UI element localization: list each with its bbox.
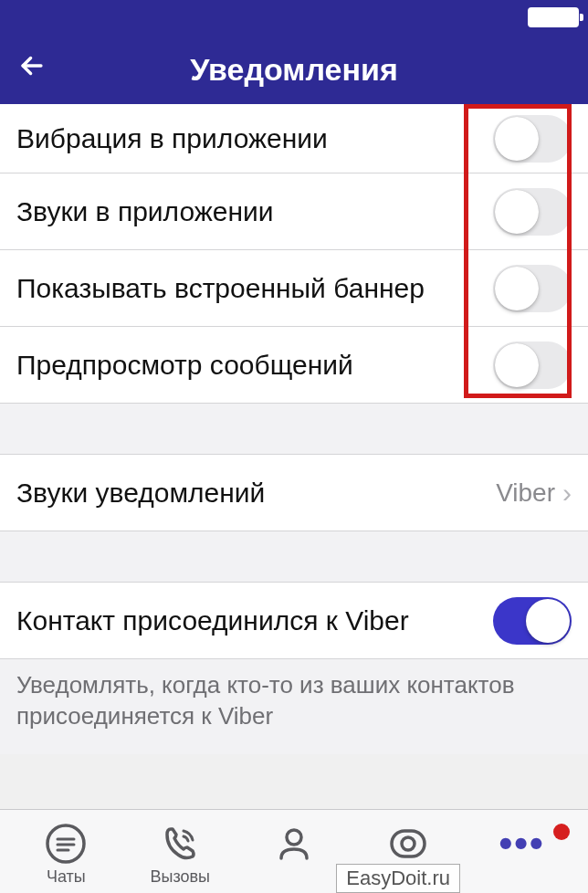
tab-label	[520, 867, 524, 887]
notification-badge	[553, 824, 570, 840]
toggle[interactable]	[493, 265, 572, 312]
tab-bar: Чаты Вызовы •••	[0, 809, 588, 893]
setting-label: Звуки уведомлений	[16, 478, 496, 509]
more-icon: •••	[499, 822, 545, 866]
tab-label	[291, 867, 296, 887]
setting-sounds-app[interactable]: Звуки в приложении	[0, 173, 588, 250]
status-bar	[0, 0, 588, 35]
watermark: EasyDoit.ru	[336, 864, 460, 893]
toggle[interactable]	[493, 115, 572, 163]
chat-icon	[44, 822, 88, 866]
svg-rect-5	[392, 831, 425, 856]
header: Уведомления	[0, 35, 588, 104]
toggle[interactable]	[493, 597, 572, 645]
toggle[interactable]	[493, 341, 572, 389]
chevron-right-icon: ›	[562, 478, 572, 509]
setting-label: Показывать встроенный баннер	[16, 273, 493, 304]
setting-vibration[interactable]: Вибрация в приложении	[0, 104, 588, 173]
section-gap	[0, 404, 588, 455]
setting-label: Вибрация в приложении	[16, 123, 493, 154]
phone-icon	[158, 822, 202, 866]
setting-description: Уведомлять, когда кто-то из ваших контак…	[0, 659, 588, 754]
toggle[interactable]	[493, 188, 572, 236]
contact-icon	[272, 822, 316, 866]
discover-icon	[386, 822, 430, 866]
svg-point-4	[287, 830, 301, 845]
setting-contact-joined[interactable]: Контакт присоединился к Viber	[0, 583, 588, 659]
setting-notification-sound[interactable]: Звуки уведомлений Viber ›	[0, 455, 588, 531]
svg-point-6	[402, 837, 415, 850]
setting-preview[interactable]: Предпросмотр сообщений	[0, 327, 588, 404]
tab-label: Чаты	[47, 867, 86, 887]
settings-content: Вибрация в приложении Звуки в приложении…	[0, 104, 588, 754]
setting-label: Контакт присоединился к Viber	[16, 605, 493, 636]
page-title: Уведомления	[16, 52, 572, 88]
tab-calls[interactable]: Вызовы	[123, 822, 237, 887]
tab-more[interactable]: •••	[465, 822, 579, 887]
setting-banner[interactable]: Показывать встроенный баннер	[0, 250, 588, 327]
setting-value: Viber	[496, 478, 555, 508]
setting-label: Предпросмотр сообщений	[16, 350, 493, 381]
section-gap	[0, 531, 588, 583]
tab-chats[interactable]: Чаты	[9, 822, 123, 887]
tab-contacts[interactable]	[237, 822, 352, 887]
battery-icon	[528, 7, 579, 27]
tab-label: Вызовы	[150, 867, 210, 887]
setting-label: Звуки в приложении	[16, 196, 493, 227]
